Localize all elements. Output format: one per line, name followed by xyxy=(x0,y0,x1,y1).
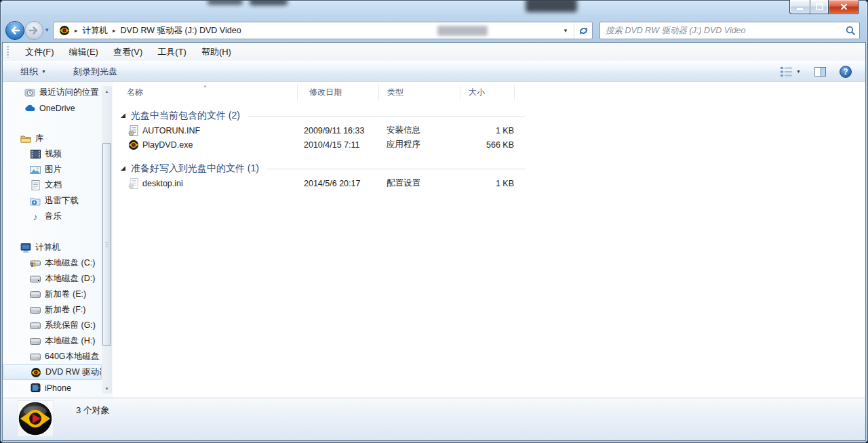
menu-edit[interactable]: 编辑(E) xyxy=(62,46,106,58)
drive-icon xyxy=(30,289,41,300)
file-size: 1 KB xyxy=(468,126,514,135)
menu-view[interactable]: 查看(V) xyxy=(106,46,150,58)
sidebar-item-drive-c[interactable]: 本地磁盘 (C:) xyxy=(3,255,113,271)
sidebar-item-label: DVD RW 驱动器 xyxy=(45,366,102,378)
sidebar-item-dvd-rw-drive[interactable]: DVD RW 驱动器 xyxy=(3,364,102,380)
history-dropdown-icon[interactable]: ▾ xyxy=(45,26,49,33)
address-dropdown-button[interactable]: ▼ xyxy=(557,22,574,39)
file-list-pane: ▲ 名称 修改日期 类型 大小 ◢ 光盘中当前包含的文件 (2) xyxy=(113,82,865,398)
documents-icon xyxy=(30,180,41,191)
group-title: 光盘中当前包含的文件 (2) xyxy=(131,110,240,122)
sidebar-item-thunder-downloads[interactable]: 迅雷下载 xyxy=(3,193,113,209)
help-button[interactable]: ? xyxy=(840,66,852,78)
breadcrumb-item-computer[interactable]: 计算机 xyxy=(83,25,108,37)
config-file-icon xyxy=(128,178,139,189)
sidebar-item-drive-h[interactable]: 本地磁盘 (H:) xyxy=(3,333,113,349)
command-bar: 组织 ▼ 刻录到光盘 ▼ xyxy=(3,61,865,82)
column-label: 类型 xyxy=(387,87,403,98)
drive-icon xyxy=(30,336,41,347)
group-expander-icon[interactable]: ◢ xyxy=(121,112,125,119)
scroll-up-icon[interactable]: ▲ xyxy=(102,86,112,96)
sidebar-item-drive-640g[interactable]: 640G本地磁盘 (I xyxy=(3,349,113,364)
menu-file[interactable]: 文件(F) xyxy=(18,46,62,58)
sidebar-item-libraries[interactable]: 库 xyxy=(3,131,113,146)
column-label: 名称 xyxy=(127,87,143,98)
file-row-desktop-ini[interactable]: desktop.ini 2014/5/6 20:17 配置设置 1 KB xyxy=(121,176,525,190)
computer-icon xyxy=(20,242,31,253)
preview-pane-icon[interactable] xyxy=(814,67,826,77)
column-header-size[interactable]: 大小 xyxy=(460,85,515,100)
sidebar-item-label: 库 xyxy=(35,133,44,144)
search-icon[interactable] xyxy=(846,26,856,36)
scroll-down-icon[interactable]: ▼ xyxy=(102,383,112,394)
sidebar-item-music[interactable]: ♪ 音乐 xyxy=(3,209,113,224)
menu-tools[interactable]: 工具(T) xyxy=(150,46,194,58)
minimize-button[interactable] xyxy=(789,0,810,14)
change-view-button[interactable]: ▼ xyxy=(781,67,801,77)
group-header[interactable]: ◢ 准备好写入到光盘中的文件 (1) xyxy=(121,161,525,176)
back-button[interactable] xyxy=(5,21,24,40)
sidebar-item-iphone[interactable]: iPhone xyxy=(3,380,113,396)
column-header-type[interactable]: 类型 xyxy=(379,85,460,100)
back-arrow-icon xyxy=(8,24,22,37)
drive-icon xyxy=(30,274,41,284)
file-row-autorun[interactable]: AUTORUN.INF 2009/9/11 16:33 安装信息 1 KB xyxy=(121,123,525,138)
scrollbar-grip xyxy=(105,242,108,247)
file-date: 2014/5/6 20:17 xyxy=(304,179,387,188)
organize-button[interactable]: 组织 ▼ xyxy=(14,63,52,81)
drive-icon xyxy=(30,320,41,331)
sidebar-item-label: 新加卷 (F:) xyxy=(45,304,85,316)
sidebar-item-documents[interactable]: 文档 xyxy=(3,177,113,193)
column-header-date[interactable]: 修改日期 xyxy=(298,85,379,100)
refresh-button[interactable] xyxy=(574,22,592,39)
sidebar-scrollbar[interactable]: ▲ ▼ xyxy=(102,86,112,394)
sidebar-item-label: 音乐 xyxy=(45,211,62,222)
sidebar-item-drive-f[interactable]: 新加卷 (F:) xyxy=(3,302,113,318)
burn-label: 刻录到光盘 xyxy=(73,66,117,78)
address-bar[interactable]: ▸ 计算机 ▸ DVD RW 驱动器 (J:) DVD Video ▼ xyxy=(53,22,593,39)
file-date: 2009/9/11 16:33 xyxy=(304,126,387,135)
sidebar-item-drive-g[interactable]: 系统保留 (G:) xyxy=(3,318,113,333)
scrollbar-thumb[interactable] xyxy=(102,143,111,346)
sidebar-item-videos[interactable]: 视频 xyxy=(3,146,113,162)
libraries-folder-icon xyxy=(20,133,31,144)
sidebar-item-label: 本地磁盘 (D:) xyxy=(45,273,95,284)
sidebar-item-label: 计算机 xyxy=(35,242,61,253)
file-list: ◢ 光盘中当前包含的文件 (2) xyxy=(113,100,865,190)
breadcrumb-separator-icon: ▸ xyxy=(70,27,83,34)
client-area: 文件(F) 编辑(E) 查看(V) 工具(T) 帮助(H) 组织 ▼ 刻录到光盘 xyxy=(2,42,866,441)
sidebar-item-drive-d[interactable]: 本地磁盘 (D:) xyxy=(3,271,113,287)
maximize-button[interactable] xyxy=(810,0,829,14)
group-expander-icon[interactable]: ◢ xyxy=(121,165,125,171)
sidebar-item-drive-e[interactable]: 新加卷 (E:) xyxy=(3,287,113,302)
explorer-window: ▾ ▸ 计算机 ▸ DVD RW 驱动器 (J:) DVD Video ▼ xyxy=(0,0,868,443)
menu-help[interactable]: 帮助(H) xyxy=(194,46,239,58)
file-name: desktop.ini xyxy=(142,179,183,188)
system-drive-icon xyxy=(30,258,41,269)
sidebar-item-recent-places[interactable]: 最近访问的位置 xyxy=(3,85,113,100)
burn-to-disc-button[interactable]: 刻录到光盘 xyxy=(67,63,123,81)
setup-info-file-icon xyxy=(128,125,139,136)
dvd-drive-icon xyxy=(31,367,41,378)
iphone-icon xyxy=(30,383,41,394)
column-headers: ▲ 名称 修改日期 类型 大小 xyxy=(113,85,865,100)
sidebar-item-onedrive[interactable]: OneDrive xyxy=(3,100,113,116)
group-header[interactable]: ◢ 光盘中当前包含的文件 (2) xyxy=(121,108,525,123)
chevron-down-icon: ▼ xyxy=(41,69,46,74)
caption-buttons xyxy=(789,0,859,14)
search-input[interactable] xyxy=(600,22,842,39)
playdvd-logo-icon xyxy=(17,400,54,437)
column-label: 大小 xyxy=(469,87,485,98)
breadcrumb-item-drive[interactable]: DVD RW 驱动器 (J:) DVD Video xyxy=(121,25,241,37)
sidebar-item-label: 新加卷 (E:) xyxy=(45,289,86,300)
forward-button[interactable] xyxy=(24,21,43,40)
menubar-grip[interactable] xyxy=(7,46,9,58)
close-button[interactable] xyxy=(829,0,859,14)
sidebar-item-computer[interactable]: 计算机 xyxy=(3,240,113,255)
censored-blur xyxy=(250,0,288,5)
chevron-down-icon: ▼ xyxy=(796,69,801,74)
file-row-playdvd[interactable]: PlayDVD.exe 2010/4/15 7:11 应用程序 566 KB xyxy=(121,138,525,152)
sidebar-item-label: OneDrive xyxy=(39,104,75,113)
file-size: 566 KB xyxy=(468,140,514,150)
sidebar-item-pictures[interactable]: 图片 xyxy=(3,162,113,177)
